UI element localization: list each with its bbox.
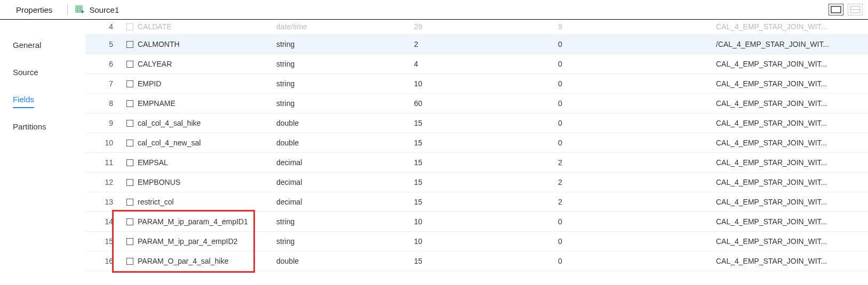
row-index: 11 — [85, 158, 122, 167]
field-name: cal_col_4_new_sal — [138, 139, 276, 147]
field-precision: 15 — [414, 257, 558, 265]
field-precision: 4 — [414, 60, 558, 68]
table-row[interactable]: 8EMPNAMEstring600CAL_4_EMP_STAR_JOIN_WIT… — [85, 94, 868, 113]
field-path: CAL_4_EMP_STAR_JOIN_WIT... — [716, 139, 852, 147]
row-checkbox-cell — [122, 23, 138, 30]
row-checkbox-cell — [122, 140, 138, 146]
row-checkbox[interactable] — [126, 140, 133, 146]
table-row[interactable]: 13restrict_coldecimal152CAL_4_EMP_STAR_J… — [85, 192, 868, 212]
field-precision: 10 — [414, 217, 558, 226]
table-row[interactable]: 15PARAM_M_ip_par_4_empID2string100CAL_4_… — [85, 232, 868, 251]
row-checkbox-cell — [122, 159, 138, 166]
properties-sidenav: GeneralSourceFieldsPartitions — [0, 19, 85, 285]
table-row[interactable]: 4 CALDATE date/time 29 9 CAL_4_EMP_STAR_… — [85, 19, 868, 35]
table-row[interactable]: 11EMPSALdecimal152CAL_4_EMP_STAR_JOIN_WI… — [85, 153, 868, 173]
field-precision: 15 — [414, 119, 558, 127]
row-checkbox[interactable] — [126, 258, 133, 265]
field-precision: 10 — [414, 237, 558, 246]
field-type: string — [276, 60, 414, 68]
field-scale: 9 — [558, 22, 716, 31]
table-row[interactable]: 10cal_col_4_new_saldouble150CAL_4_EMP_ST… — [85, 133, 868, 153]
field-scale: 0 — [558, 217, 716, 226]
field-path: CAL_4_EMP_STAR_JOIN_WIT... — [716, 79, 852, 88]
sidenav-item-partitions[interactable]: Partitions — [0, 117, 85, 136]
row-index: 8 — [85, 99, 122, 108]
row-checkbox[interactable] — [126, 159, 133, 166]
table-row[interactable]: 16PARAM_O_par_4_sal_hikedouble150CAL_4_E… — [85, 251, 868, 271]
row-checkbox[interactable] — [126, 218, 133, 225]
field-precision: 15 — [414, 198, 558, 206]
field-name: PARAM_M_ip_param_4_empID1 — [138, 217, 276, 226]
sidenav-item-source[interactable]: Source — [0, 62, 85, 82]
table-row[interactable]: 5CALMONTHstring20/CAL_4_EMP_STAR_JOIN_WI… — [85, 35, 868, 54]
table-row[interactable]: 6CALYEARstring40CAL_4_EMP_STAR_JOIN_WIT.… — [85, 54, 868, 74]
row-checkbox-cell — [122, 41, 138, 48]
row-index: 4 — [85, 22, 122, 31]
row-checkbox[interactable] — [126, 23, 133, 30]
field-name: PARAM_O_par_4_sal_hike — [138, 257, 276, 265]
field-name: restrict_col — [138, 198, 276, 206]
row-index: 13 — [85, 198, 122, 206]
row-checkbox-cell — [122, 179, 138, 186]
field-name: EMPNAME — [138, 99, 276, 108]
row-checkbox[interactable] — [126, 41, 133, 48]
row-checkbox-cell — [122, 80, 138, 87]
field-type: date/time — [276, 22, 414, 31]
row-checkbox-cell — [122, 238, 138, 245]
sidenav-item-fields[interactable]: Fields — [0, 89, 85, 109]
field-name: cal_col_4_sal_hike — [138, 119, 276, 127]
field-scale: 2 — [558, 198, 716, 206]
field-precision: 10 — [414, 79, 558, 88]
field-path: CAL_4_EMP_STAR_JOIN_WIT... — [716, 22, 852, 31]
field-type: string — [276, 237, 414, 246]
table-row[interactable]: 14PARAM_M_ip_param_4_empID1string100CAL_… — [85, 212, 868, 232]
field-precision: 15 — [414, 139, 558, 147]
field-path: CAL_4_EMP_STAR_JOIN_WIT... — [716, 158, 852, 167]
table-row[interactable]: 12EMPBONUSdecimal152CAL_4_EMP_STAR_JOIN_… — [85, 173, 868, 192]
field-precision: 2 — [414, 40, 558, 48]
table-row[interactable]: 7EMPIDstring100CAL_4_EMP_STAR_JOIN_WIT..… — [85, 74, 868, 94]
field-name: PARAM_M_ip_par_4_empID2 — [138, 237, 276, 246]
field-scale: 0 — [558, 79, 716, 88]
field-precision: 60 — [414, 99, 558, 108]
field-type: string — [276, 99, 414, 108]
field-name: EMPID — [138, 79, 276, 88]
row-checkbox[interactable] — [126, 100, 133, 107]
source-name: Source1 — [89, 5, 119, 14]
field-scale: 0 — [558, 40, 716, 48]
view-single-button[interactable] — [829, 4, 843, 15]
properties-title: Properties — [16, 5, 52, 14]
field-type: double — [276, 257, 414, 265]
field-path: CAL_4_EMP_STAR_JOIN_WIT... — [716, 257, 852, 265]
sidenav-item-general[interactable]: General — [0, 35, 85, 55]
field-path: CAL_4_EMP_STAR_JOIN_WIT... — [716, 60, 852, 68]
header-divider — [67, 4, 68, 15]
field-scale: 0 — [558, 60, 716, 68]
row-checkbox[interactable] — [126, 179, 133, 186]
field-type: decimal — [276, 158, 414, 167]
row-checkbox-cell — [122, 120, 138, 127]
row-checkbox-cell — [122, 100, 138, 107]
row-checkbox[interactable] — [126, 120, 133, 127]
fields-table: 4 CALDATE date/time 29 9 CAL_4_EMP_STAR_… — [85, 19, 868, 285]
row-checkbox[interactable] — [126, 238, 133, 245]
row-checkbox[interactable] — [126, 80, 133, 87]
field-path: CAL_4_EMP_STAR_JOIN_WIT... — [716, 198, 852, 206]
field-type: string — [276, 217, 414, 226]
row-checkbox[interactable] — [126, 61, 133, 68]
field-type: double — [276, 139, 414, 147]
row-index: 14 — [85, 217, 122, 226]
field-precision: 15 — [414, 158, 558, 167]
row-checkbox-cell — [122, 199, 138, 206]
view-split-button[interactable] — [848, 4, 863, 15]
field-name: EMPBONUS — [138, 178, 276, 186]
field-type: decimal — [276, 178, 414, 186]
field-path: CAL_4_EMP_STAR_JOIN_WIT... — [716, 217, 852, 226]
table-row[interactable]: 9cal_col_4_sal_hikedouble150CAL_4_EMP_ST… — [85, 113, 868, 133]
properties-header: Properties Source1 — [0, 0, 868, 20]
row-index: 7 — [85, 79, 122, 88]
field-scale: 0 — [558, 99, 716, 108]
field-scale: 2 — [558, 178, 716, 186]
field-path: /CAL_4_EMP_STAR_JOIN_WIT... — [716, 40, 852, 48]
row-checkbox[interactable] — [126, 199, 133, 206]
